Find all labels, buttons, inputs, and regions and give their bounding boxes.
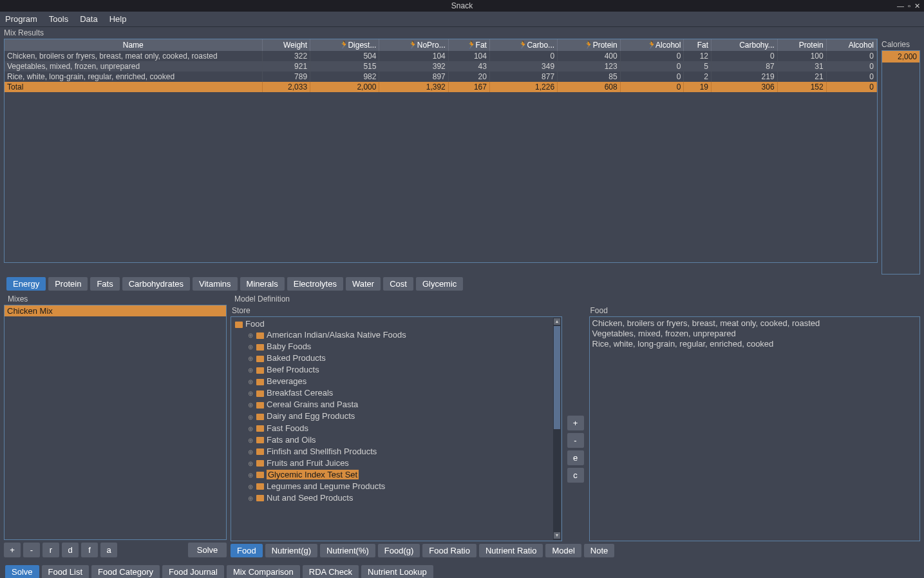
mix-r-button[interactable]: r [42,543,59,557]
scroll-thumb[interactable] [554,326,560,429]
mix-add-button[interactable]: + [4,543,21,557]
model-tab[interactable]: Note [584,544,614,557]
maximize-icon[interactable]: ▫ [908,2,910,10]
col-header[interactable]: Fat [684,39,712,51]
col-header[interactable]: 🏃 Alcohol [620,39,684,51]
food-item[interactable]: Vegetables, mixed, frozen, unprepared [592,329,918,339]
expand-icon[interactable]: ⊕ [248,342,254,352]
col-header[interactable]: Name [5,39,262,51]
model-add-button[interactable]: + [567,416,584,430]
food-item[interactable]: Chicken, broilers or fryers, breast, mea… [592,318,918,329]
model-tab[interactable]: Nutrient(%) [320,544,375,557]
tab-energy[interactable]: Energy [6,277,46,291]
tab-glycemic[interactable]: Glycemic [416,277,463,291]
tree-item[interactable]: ⊕Cereal Grains and Pasta [232,399,552,410]
expand-icon[interactable]: ⊕ [248,388,254,399]
tab-vitamins[interactable]: Vitamins [193,277,238,291]
tree-item[interactable]: ⊕Dairy and Egg Products [232,410,552,422]
col-header[interactable]: 🏃 Digest... [310,39,379,51]
model-tab[interactable]: Model [545,544,581,557]
mix-f-button[interactable]: f [81,543,98,557]
model-tab[interactable]: Food(g) [378,544,420,557]
minimize-icon[interactable]: — [897,2,904,10]
model-tab[interactable]: Food [231,544,263,557]
tree-item[interactable]: ⊕Baked Products [232,352,552,364]
model-tab[interactable]: Nutrient(g) [265,544,317,557]
mix-item[interactable]: Chicken Mix [5,305,226,316]
col-header[interactable]: Carbohy... [711,39,777,51]
col-header[interactable]: Weight [262,39,310,51]
main-tab[interactable]: RDA Check [303,565,359,578]
col-header[interactable]: 🏃 Protein [558,39,621,51]
tree-item[interactable]: ⊕Legumes and Legume Products [232,481,552,492]
main-tab[interactable]: Nutrient Lookup [361,565,433,578]
tab-cost[interactable]: Cost [383,277,413,291]
expand-icon[interactable]: ⊕ [248,330,254,341]
scroll-down-icon[interactable]: ▾ [554,532,560,539]
folder-icon [256,472,264,478]
tree-item[interactable]: ⊕Beverages [232,376,552,387]
tree-item[interactable]: ⊕American Indian/Alaska Native Foods [232,329,552,341]
col-header[interactable]: Protein [777,39,826,51]
expand-icon[interactable]: ⊕ [248,435,254,446]
main-tab[interactable]: Food Journal [162,565,224,578]
expand-icon[interactable]: ⊕ [248,470,254,481]
tree-item[interactable]: ⊕Fats and Oils [232,434,552,446]
main-tab[interactable]: Solve [5,565,39,578]
tree-item[interactable]: ⊕Breakfast Cereals [232,387,552,399]
expand-icon[interactable]: ⊕ [248,458,254,469]
col-header[interactable]: Alcohol [826,39,876,51]
food-item[interactable]: Rice, white, long-grain, regular, enrich… [592,339,918,349]
tab-carbohydrates[interactable]: Carbohydrates [122,277,190,291]
tree-root[interactable]: Food [232,318,552,329]
folder-icon [256,367,264,374]
tree-item[interactable]: ⊕Baby Foods [232,341,552,352]
expand-icon[interactable]: ⊕ [248,493,254,504]
tree-item[interactable]: ⊕Nut and Seed Products [232,492,552,504]
tree-item[interactable]: ⊕Beef Products [232,364,552,376]
mix-remove-button[interactable]: - [23,543,40,557]
expand-icon[interactable]: ⊕ [248,423,254,434]
mix-d-button[interactable]: d [62,543,79,557]
close-icon[interactable]: ✕ [914,2,920,10]
tab-fats[interactable]: Fats [90,277,119,291]
model-tab[interactable]: Nutrient Ratio [479,544,543,557]
col-header[interactable]: 🏃 Carbo... [489,39,557,51]
model-e-button[interactable]: e [567,450,584,465]
scroll-up-icon[interactable]: ▴ [554,318,560,325]
col-header[interactable]: 🏃 Fat [448,39,489,51]
expand-icon[interactable]: ⊕ [248,376,254,387]
mix-a-button[interactable]: a [100,543,117,557]
tree-item[interactable]: ⊕Finfish and Shellfish Products [232,446,552,458]
mix-solve-button[interactable]: Solve [188,543,227,557]
tree-item[interactable]: ⊕Glycemic Index Test Set [232,469,552,481]
expand-icon[interactable]: ⊕ [248,447,254,458]
tab-minerals[interactable]: Minerals [240,277,285,291]
expand-icon[interactable]: ⊕ [248,412,254,423]
tab-water[interactable]: Water [346,277,381,291]
table-row[interactable]: Rice, white, long-grain, regular, enrich… [5,72,877,82]
calories-value[interactable]: 2,000 [882,51,919,63]
table-row[interactable]: Vegetables, mixed, frozen, unprepared921… [5,61,877,72]
tab-protein[interactable]: Protein [48,277,88,291]
expand-icon[interactable]: ⊕ [248,481,254,492]
tree-item[interactable]: ⊕Fruits and Fruit Juices [232,458,552,469]
menu-help[interactable]: Help [109,14,127,24]
menu-tools[interactable]: Tools [49,14,68,24]
menu-data[interactable]: Data [80,14,97,24]
table-row[interactable]: Chicken, broilers or fryers, breast, mea… [5,51,877,61]
tab-electrolytes[interactable]: Electrolytes [287,277,343,291]
expand-icon[interactable]: ⊕ [248,365,254,376]
model-tab[interactable]: Food Ratio [422,544,476,557]
main-tab[interactable]: Food Category [91,565,160,578]
expand-icon[interactable]: ⊕ [248,400,254,410]
expand-icon[interactable]: ⊕ [248,353,254,364]
tree-item[interactable]: ⊕Fast Foods [232,423,552,434]
main-tab[interactable]: Mix Comparison [227,565,300,578]
menu-program[interactable]: Program [5,14,37,24]
col-header[interactable]: 🏃 NoPro... [379,39,448,51]
model-remove-button[interactable]: - [567,433,584,448]
store-scrollbar[interactable]: ▴ ▾ [553,318,561,540]
model-c-button[interactable]: c [567,468,584,483]
main-tab[interactable]: Food List [42,565,89,578]
